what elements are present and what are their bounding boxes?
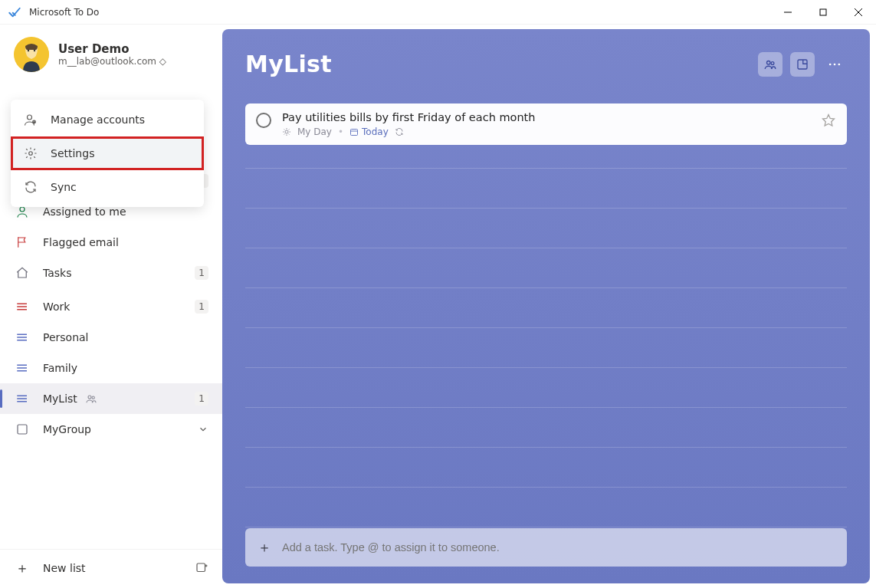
svg-point-6 [34, 50, 35, 51]
svg-line-46 [289, 130, 290, 130]
svg-point-38 [838, 63, 841, 65]
account-user-email: m__lab@outlook.com ◇ [58, 56, 166, 67]
title-bar: Microsoft To Do [0, 0, 876, 25]
account-menu: Manage accounts Settings Sync [11, 100, 204, 207]
empty-lines [245, 163, 847, 528]
task-title: Pay utilities bills by first Friday of e… [282, 111, 810, 123]
menu-manage-accounts[interactable]: Manage accounts [11, 103, 204, 136]
list-icon [14, 361, 31, 375]
maximize-button[interactable] [805, 0, 841, 25]
menu-settings[interactable]: Settings [11, 136, 204, 170]
svg-marker-50 [823, 115, 835, 126]
nav-label: Family [43, 362, 77, 374]
svg-rect-35 [798, 60, 807, 69]
svg-point-14 [20, 207, 25, 212]
chevron-down-icon [198, 424, 208, 435]
sync-icon [23, 179, 38, 195]
nav-mylist[interactable]: MyList 1 [0, 383, 222, 414]
home-icon [14, 266, 31, 280]
nav-count: 1 [195, 392, 208, 406]
svg-point-33 [767, 61, 771, 64]
nav-work[interactable]: Work 1 [0, 291, 222, 322]
new-list-label[interactable]: New list [43, 562, 86, 574]
nav-family[interactable]: Family [0, 353, 222, 383]
add-task-bar[interactable]: ＋ [245, 528, 847, 567]
group-icon [14, 422, 31, 436]
app-logo-icon [8, 5, 21, 19]
nav-flagged[interactable]: Flagged email [0, 227, 222, 258]
menu-label: Settings [51, 147, 94, 159]
svg-point-5 [28, 50, 29, 51]
close-button[interactable] [841, 0, 876, 25]
nav-count: 1 [195, 300, 208, 314]
new-list-row: ＋ New list [0, 549, 222, 588]
nav-label: Assigned to me [43, 205, 126, 218]
nav-label: Work [43, 301, 70, 313]
focus-button[interactable] [790, 52, 815, 77]
menu-label: Manage accounts [51, 113, 145, 126]
svg-line-47 [284, 134, 285, 135]
calendar-icon [349, 127, 359, 136]
meta-separator: • [338, 126, 343, 137]
svg-point-9 [29, 152, 33, 156]
window-controls [770, 0, 876, 25]
nav-label: Flagged email [43, 236, 119, 248]
svg-point-27 [88, 396, 91, 399]
star-icon[interactable] [821, 113, 836, 128]
app-title: Microsoft To Do [29, 7, 99, 18]
task-row[interactable]: Pay utilities bills by first Friday of e… [245, 103, 847, 145]
sidebar: User Demo m__lab@outlook.com ◇ Manage ac… [0, 25, 222, 588]
svg-rect-30 [197, 563, 205, 572]
nav-mygroup[interactable]: MyGroup [0, 414, 222, 445]
add-task-input[interactable] [282, 541, 835, 554]
svg-point-34 [771, 61, 774, 64]
share-button[interactable] [758, 52, 782, 77]
nav-label: Personal [43, 331, 89, 343]
svg-rect-48 [351, 130, 358, 136]
svg-point-36 [829, 63, 832, 65]
nav-count: 1 [195, 266, 208, 280]
list-header: MyList [245, 51, 847, 77]
avatar [14, 37, 49, 72]
svg-rect-29 [18, 425, 27, 434]
svg-point-39 [285, 130, 288, 133]
nav-personal[interactable]: Personal [0, 322, 222, 353]
list-icon [14, 392, 31, 406]
task-complete-checkbox[interactable] [256, 113, 271, 128]
minimize-button[interactable] [770, 0, 805, 25]
svg-line-45 [289, 134, 290, 135]
svg-line-44 [284, 130, 285, 130]
svg-point-37 [834, 63, 836, 65]
nav-label: MyGroup [43, 423, 91, 435]
nav-label: Tasks [43, 267, 72, 279]
sun-icon [282, 127, 291, 136]
menu-sync[interactable]: Sync [11, 170, 204, 204]
gear-icon [23, 146, 38, 161]
more-button[interactable] [822, 52, 847, 77]
svg-rect-1 [820, 9, 826, 15]
menu-label: Sync [51, 181, 77, 193]
nav-tasks[interactable]: Tasks 1 [0, 258, 222, 288]
person-add-icon [23, 112, 38, 127]
myday-label: My Day [297, 126, 332, 137]
new-group-button[interactable] [195, 561, 208, 575]
task-meta: My Day • Today [282, 126, 810, 137]
list-icon [14, 300, 31, 314]
list-title[interactable]: MyList [245, 51, 332, 77]
plus-icon: ＋ [258, 538, 271, 557]
flag-icon [14, 235, 31, 249]
main-pane: MyList Pay utilities bills by first Frid… [222, 29, 870, 583]
list-icon [14, 330, 31, 344]
account-user-name: User Demo [58, 42, 166, 56]
due-label: Today [362, 126, 389, 137]
svg-point-28 [92, 396, 94, 399]
nav-label: MyList [43, 393, 77, 405]
account-header[interactable]: User Demo m__lab@outlook.com ◇ [0, 31, 222, 83]
people-icon [85, 393, 97, 405]
plus-icon[interactable]: ＋ [14, 559, 31, 577]
svg-point-7 [28, 115, 32, 120]
repeat-icon [395, 127, 404, 136]
